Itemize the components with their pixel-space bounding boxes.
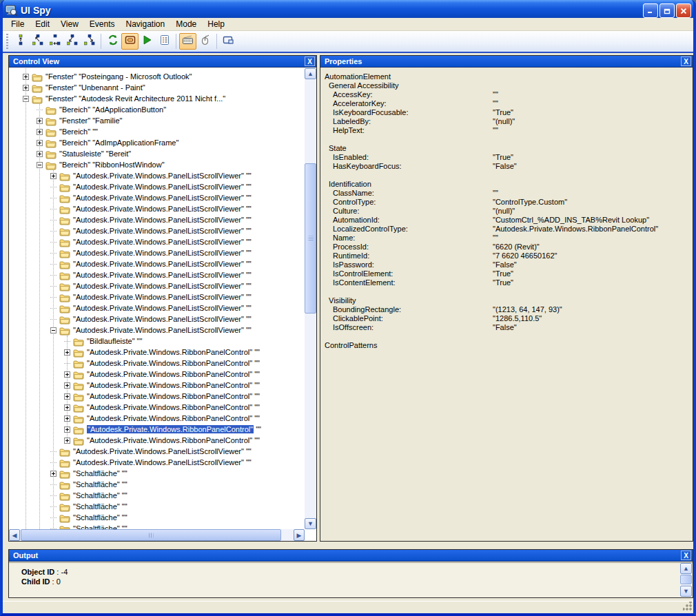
tree-vscroll-thumb[interactable] [305,163,316,314]
tree-row[interactable]: "Bereich" "AdImpApplicationFrame" [9,137,305,148]
scroll-left-icon[interactable]: ◀ [9,529,20,541]
tree-row[interactable]: "Schaltfläche" "" [9,501,305,512]
resize-grip-icon[interactable] [683,602,692,610]
scroll-up-icon[interactable]: ▲ [305,68,316,79]
minimize-button[interactable] [643,3,658,18]
scroll-down-icon[interactable]: ▼ [305,518,316,529]
restore-button[interactable] [659,3,675,18]
nav-first-child-button[interactable] [63,33,81,50]
expand-plus-icon[interactable] [37,118,43,124]
tree-horizontal-scrollbar[interactable]: ◀ ▶ [9,529,305,541]
tree-row[interactable]: "Autodesk.Private.Windows.PanelListScrol… [9,236,305,247]
tree-row[interactable]: "Autodesk.Private.Windows.PanelListScrol… [9,181,305,192]
mouse-cursor-button[interactable] [196,33,214,50]
tree-row[interactable]: "Autodesk.Private.Windows.RibbonPanelCon… [9,347,305,358]
expand-plus-icon[interactable] [64,415,70,422]
tree-row[interactable]: "Autodesk.Private.Windows.PanelListScrol… [9,302,305,314]
menu-help[interactable]: Help [202,18,230,30]
tree-row[interactable]: "Autodesk.Private.Windows.PanelListScrol… [9,214,305,225]
tree-row[interactable]: "Schaltfläche" "" [9,468,305,479]
scroll-right-icon[interactable]: ▶ [294,529,305,541]
tree-row[interactable]: "Autodesk.Private.Windows.PanelListScrol… [9,446,305,457]
tree-row[interactable]: "Autodesk.Private.Windows.RibbonPanelCon… [9,380,305,391]
expand-plus-icon[interactable] [64,404,70,411]
tree-row[interactable]: "Bildlaufleiste" "" [9,336,305,347]
close-icon[interactable] [676,3,691,18]
play-button[interactable] [139,33,156,50]
tree-hscroll-thumb[interactable] [21,529,281,541]
menu-events[interactable]: Events [84,18,121,30]
tree-row[interactable]: "Fenster" "Autodesk Revit Architecture 2… [9,93,305,104]
tree-row[interactable]: "Autodesk.Private.Windows.PanelListScrol… [9,247,305,258]
tree-row[interactable]: "Autodesk.Private.Windows.PanelListScrol… [9,258,305,269]
tree-row[interactable]: "Autodesk.Private.Windows.PanelListScrol… [9,291,305,302]
tree-row[interactable]: "Autodesk.Private.Windows.PanelListScrol… [9,325,305,336]
tree-row[interactable]: "Fenster" "Unbenannt - Paint" [9,82,305,93]
tree-row[interactable]: "Autodesk.Private.Windows.RibbonPanelCon… [9,435,305,446]
scroll-down-icon[interactable]: ▼ [680,586,692,597]
tree-row[interactable]: "Bereich" "RibbonHostWindow" [9,159,305,170]
tree-row-selected[interactable]: "Autodesk.Private.Windows.RibbonPanelCon… [9,424,305,435]
scroll-up-icon[interactable]: ▲ [680,563,692,574]
tree-row[interactable]: "Autodesk.Private.Windows.PanelListScrol… [9,269,305,280]
toolbar-grip[interactable] [5,34,10,49]
control-view-close-icon[interactable]: X [305,57,315,66]
tree-row[interactable]: "Schaltfläche" "" [9,523,305,529]
tree-row[interactable]: "Autodesk.Private.Windows.RibbonPanelCon… [9,391,305,402]
tree-row[interactable]: "Autodesk.Private.Windows.PanelListScrol… [9,203,305,214]
tree-row[interactable]: "Schaltfläche" "" [9,512,305,523]
focus-rectangle-button[interactable] [220,33,237,50]
menu-file[interactable]: File [6,18,30,30]
expand-plus-icon[interactable] [64,427,70,433]
refresh-button[interactable] [104,33,121,50]
tree-row[interactable]: "Fenster" "Familie" [9,115,305,126]
tree-row[interactable]: "Autodesk.Private.Windows.PanelListScrol… [9,280,305,291]
expand-plus-icon[interactable] [64,382,70,389]
tree-row[interactable]: "Autodesk.Private.Windows.PanelListScrol… [9,225,305,236]
menu-mode[interactable]: Mode [170,18,202,30]
nav-next-sibling-button[interactable] [81,33,98,50]
output-vertical-scrollbar[interactable]: ▲ ▼ [680,563,692,597]
tree-row[interactable]: "Autodesk.Private.Windows.PanelListScrol… [9,314,305,325]
expand-plus-icon[interactable] [23,85,29,91]
menu-navigation[interactable]: Navigation [121,18,171,30]
expand-plus-icon[interactable] [37,129,43,135]
output-vscroll-thumb[interactable] [680,575,692,584]
tree-row[interactable]: "Fenster" "Posteingang - Microsoft Outlo… [9,71,305,82]
tree-row[interactable]: "Autodesk.Private.Windows.PanelListScrol… [9,192,305,203]
highlight-toggle-button[interactable] [121,33,139,50]
nav-previous-sibling-button[interactable] [46,33,63,50]
tree-row[interactable]: "Autodesk.Private.Windows.PanelListScrol… [9,170,305,181]
expand-plus-icon[interactable] [64,393,70,400]
tree-row[interactable]: "Autodesk.Private.Windows.RibbonPanelCon… [9,369,305,380]
output-close-icon[interactable]: X [681,551,691,560]
nav-updown-button[interactable] [12,33,29,50]
collapse-minus-icon[interactable] [23,96,29,102]
expand-plus-icon[interactable] [37,151,43,157]
tree-row[interactable]: "Autodesk.Private.Windows.PanelListScrol… [9,457,305,468]
collapse-minus-icon[interactable] [50,327,57,333]
tree-row[interactable]: "Statusleiste" "Bereit" [9,148,305,159]
expand-plus-icon[interactable] [64,371,70,378]
tree-row[interactable]: "Bereich" "AdApplicationButton" [9,104,305,115]
collapse-minus-icon[interactable] [37,162,43,168]
tree-row[interactable]: "Bereich" "" [9,126,305,137]
nav-parent-button[interactable] [29,33,46,50]
tree-row[interactable]: "Autodesk.Private.Windows.RibbonPanelCon… [9,358,305,369]
expand-plus-icon[interactable] [23,74,29,80]
tree-row[interactable]: "Autodesk.Private.Windows.RibbonPanelCon… [9,413,305,424]
expand-plus-icon[interactable] [50,173,57,179]
keyboard-focus-toggle-button[interactable] [179,33,196,50]
properties-close-icon[interactable]: X [681,57,691,66]
expand-plus-icon[interactable] [64,438,70,444]
tree-vertical-scrollbar[interactable]: ▲ ▼ [305,68,316,529]
menu-view[interactable]: View [55,18,84,30]
tree-row[interactable]: "Schaltfläche" "" [9,479,305,490]
expand-plus-icon[interactable] [50,471,57,477]
tree-row[interactable]: "Schaltfläche" "" [9,490,305,501]
expand-plus-icon[interactable] [37,140,43,146]
tree-row[interactable]: "Autodesk.Private.Windows.RibbonPanelCon… [9,402,305,413]
report-button[interactable] [156,33,173,50]
menu-edit[interactable]: Edit [30,18,55,30]
expand-plus-icon[interactable] [64,349,70,356]
